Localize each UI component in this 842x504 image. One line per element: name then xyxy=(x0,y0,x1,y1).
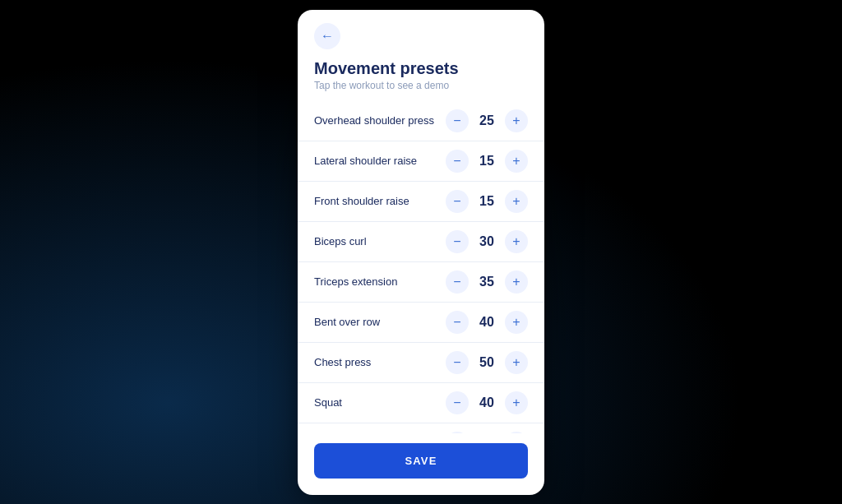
increment-button[interactable]: + xyxy=(505,432,528,433)
save-button[interactable]: SAVE xyxy=(314,443,528,479)
exercise-name: Front shoulder raise xyxy=(314,195,446,207)
stepper-value: 40 xyxy=(475,315,498,330)
exercise-row: Biceps curl − 30 + xyxy=(298,222,544,262)
decrement-button[interactable]: − xyxy=(446,230,469,253)
stepper: − 50 + xyxy=(446,432,528,433)
exercise-name: Chest press xyxy=(314,356,446,368)
increment-button[interactable]: + xyxy=(505,391,528,414)
stepper-value: 15 xyxy=(475,154,498,169)
increment-button[interactable]: + xyxy=(505,230,528,253)
back-button[interactable]: ← xyxy=(314,23,340,49)
stepper-value: 15 xyxy=(475,194,498,209)
exercise-name: Squat xyxy=(314,396,446,409)
stepper-value: 35 xyxy=(475,275,498,289)
exercise-row: Triceps extension − 35 + xyxy=(298,262,544,303)
exercise-name: Biceps curl xyxy=(314,235,446,247)
decrement-button[interactable]: − xyxy=(446,351,469,374)
page-title: Movement presets xyxy=(314,59,528,78)
decrement-button[interactable]: − xyxy=(446,270,469,294)
movement-presets-card: ← Movement presets Tap the workout to se… xyxy=(298,10,544,495)
increment-button[interactable]: + xyxy=(505,311,528,334)
increment-button[interactable]: + xyxy=(505,190,528,213)
decrement-button[interactable]: − xyxy=(446,311,469,334)
exercise-name: Lateral shoulder raise xyxy=(314,155,446,167)
stepper: − 40 + xyxy=(446,391,528,414)
decrement-button[interactable]: − xyxy=(446,150,469,173)
exercise-name: Triceps extension xyxy=(314,275,446,288)
stepper: − 30 + xyxy=(446,230,528,253)
decrement-button[interactable]: − xyxy=(446,109,469,132)
exercises-list: Overhead shoulder press − 25 + Lateral s… xyxy=(298,98,544,433)
stepper: − 15 + xyxy=(446,190,528,213)
stepper: − 15 + xyxy=(446,150,528,173)
stepper-value: 30 xyxy=(475,234,498,249)
stepper-value: 25 xyxy=(475,113,498,128)
decrement-button[interactable]: − xyxy=(446,391,469,414)
decrement-button[interactable]: − xyxy=(446,432,469,433)
stepper: − 35 + xyxy=(446,270,528,294)
stepper-value: 50 xyxy=(475,355,498,370)
exercise-row: Lateral shoulder raise − 15 + xyxy=(298,141,544,182)
stepper: − 25 + xyxy=(446,109,528,132)
increment-button[interactable]: + xyxy=(505,150,528,173)
exercise-row: Front shoulder raise − 15 + xyxy=(298,182,544,222)
exercise-row: Bent over row − 40 + xyxy=(298,303,544,343)
page-subtitle: Tap the workout to see a demo xyxy=(314,80,528,91)
back-icon: ← xyxy=(321,29,334,44)
increment-button[interactable]: + xyxy=(505,270,528,294)
decrement-button[interactable]: − xyxy=(446,190,469,213)
card-header: ← Movement presets Tap the workout to se… xyxy=(298,10,544,98)
stepper: − 50 + xyxy=(446,351,528,374)
increment-button[interactable]: + xyxy=(505,109,528,132)
exercise-row: Chest press − 50 + xyxy=(298,343,544,383)
exercise-name: Bent over row xyxy=(314,316,446,328)
increment-button[interactable]: + xyxy=(505,351,528,374)
exercise-name: Overhead shoulder press xyxy=(314,114,446,127)
stepper-value: 40 xyxy=(475,395,498,410)
exercise-row: Squat − 40 + xyxy=(298,383,544,423)
stepper: − 40 + xyxy=(446,311,528,334)
exercise-row: Deadlift − 50 + xyxy=(298,423,544,433)
exercise-row: Overhead shoulder press − 25 + xyxy=(298,101,544,141)
